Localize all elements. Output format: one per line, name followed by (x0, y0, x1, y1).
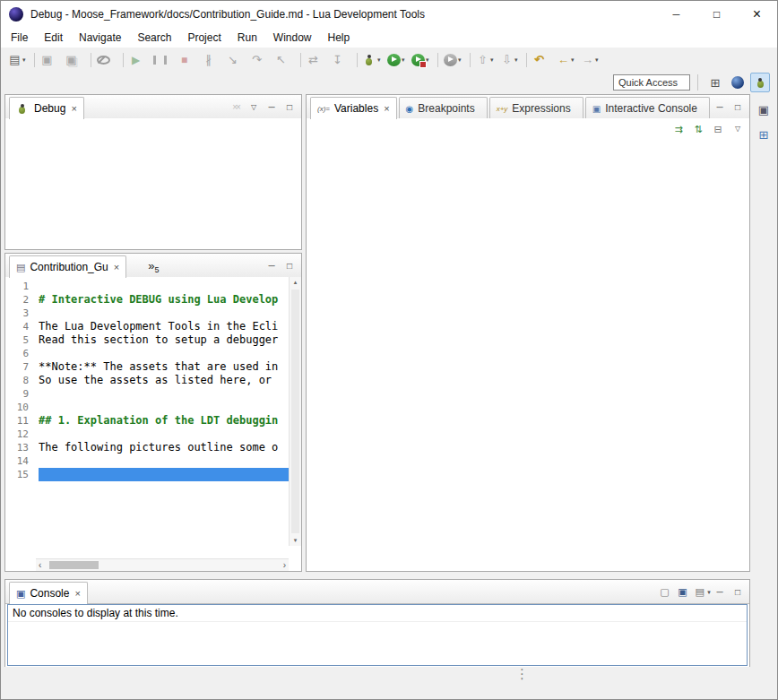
close-tab-icon[interactable]: × (114, 262, 119, 272)
close-tab-icon[interactable]: × (71, 103, 76, 114)
last-edit-location-button[interactable]: ↶ (531, 50, 555, 70)
quick-access-input[interactable] (613, 74, 690, 91)
tab-expressions[interactable]: x+y Expressions (489, 97, 584, 119)
variables-layout-button[interactable]: ⇅ (690, 122, 706, 137)
debug-button[interactable]: ▾ (361, 50, 385, 70)
maximize-view-button[interactable]: □ (730, 99, 746, 115)
window-maximize-button[interactable]: □ (696, 1, 737, 28)
display-selected-console-button[interactable]: ▣ (676, 584, 692, 600)
menu-edit[interactable]: Edit (36, 29, 71, 47)
ldt-perspective-button[interactable] (728, 73, 748, 92)
save-button[interactable]: ▣ (39, 50, 63, 70)
horizontal-scroll-thumb[interactable] (49, 561, 99, 569)
editor-line[interactable]: 10 (5, 401, 289, 414)
debug-view-panel: Debug × ×× ▽ ─ □ (4, 94, 302, 250)
save-all-button[interactable]: ▣ (63, 50, 87, 70)
vertical-scrollbar[interactable]: ▴ ▾ (289, 277, 301, 546)
minimize-view-button[interactable]: ─ (712, 99, 728, 115)
editor-tab-overflow-chevron[interactable]: » 5 (143, 257, 164, 277)
line-number: 9 (5, 387, 36, 401)
editor-line[interactable]: 11 ## 1. Explanation of the LDT debuggin (5, 414, 289, 428)
tab-console[interactable]: ▣ Console × (9, 582, 88, 604)
remove-terminated-button[interactable]: ×× (228, 99, 244, 115)
run-button[interactable]: ▾ (385, 50, 410, 70)
debug-perspective-button[interactable] (750, 73, 770, 92)
show-logical-structures-button[interactable]: ⇉ (670, 122, 687, 137)
vertical-scroll-thumb[interactable] (291, 290, 299, 533)
editor-line[interactable]: 8 So use the assets as listed here, or (5, 374, 289, 387)
window-controls: ─ □ × (656, 1, 777, 28)
next-annotation-button[interactable]: ⇩ ▾ (498, 50, 523, 70)
minimize-view-button[interactable]: ─ (264, 99, 280, 115)
fast-view-button-2[interactable]: ⊞ (754, 125, 774, 144)
external-tools-button[interactable]: ▾ (442, 50, 466, 70)
menu-window[interactable]: Window (265, 29, 320, 47)
view-menu-button[interactable]: ▽ (730, 122, 746, 137)
menu-help[interactable]: Help (320, 29, 359, 47)
fast-view-button-1[interactable]: ▣ (754, 99, 774, 119)
resume-button[interactable]: ▶ (127, 50, 151, 70)
tab-breakpoints[interactable]: ◉ Breakpoints (399, 97, 488, 119)
editor-line[interactable]: 4 The Lua Development Tools in the Ecli (5, 320, 289, 333)
open-perspective-button[interactable]: ⊞ (705, 73, 725, 92)
tab-contribution-guide[interactable]: ▤ Contribution_Gu × (9, 255, 126, 278)
maximize-view-button[interactable]: □ (730, 584, 746, 600)
scroll-up-icon[interactable]: ▴ (290, 279, 301, 286)
tab-label: Interactive Console (605, 102, 697, 115)
skip-all-breakpoints-button[interactable] (95, 50, 119, 70)
horizontal-scrollbar[interactable]: ‹ › (36, 558, 289, 571)
scroll-down-icon[interactable]: ▾ (290, 537, 301, 544)
menu-search[interactable]: Search (129, 29, 179, 47)
editor-line[interactable]: 9 (5, 387, 289, 401)
console-view-content: No consoles to display at this time. (7, 604, 748, 666)
open-console-page-button[interactable]: ▢ (658, 584, 674, 600)
menu-project[interactable]: Project (179, 29, 229, 47)
close-tab-icon[interactable]: × (74, 588, 80, 599)
editor-text-area[interactable]: 1 2 # Interactive DEBUG using Lua Develo… (5, 277, 301, 558)
menu-run[interactable]: Run (229, 29, 265, 47)
editor-line[interactable]: 7 **Note:** The assets that are used in (5, 360, 289, 374)
perspective-bar: ⊞ (1, 72, 777, 93)
drop-to-frame-button[interactable]: ↧ (329, 50, 353, 70)
editor-line[interactable]: 12 (5, 428, 289, 441)
terminate-button[interactable]: ■ (176, 50, 200, 70)
collapse-all-button[interactable]: ⊟ (710, 122, 726, 137)
step-over-button[interactable]: ↷ (248, 50, 272, 70)
close-tab-icon[interactable]: × (384, 103, 389, 114)
suspend-button[interactable] (151, 50, 176, 70)
back-button[interactable]: ← ▾ (555, 50, 579, 70)
toolbar-separator (470, 53, 471, 67)
use-step-filters-button[interactable]: ⇄ (305, 50, 329, 70)
forward-button[interactable]: → ▾ (579, 50, 603, 70)
new-button[interactable]: ▤ ▾ (6, 50, 30, 70)
editor-line[interactable]: 15 (5, 468, 289, 481)
disconnect-button[interactable]: ∦ (200, 50, 224, 70)
tab-variables[interactable]: (x)= Variables × (310, 97, 397, 119)
editor-line[interactable]: 5 Read this section to setup a debugger (5, 333, 289, 347)
menu-navigate[interactable]: Navigate (71, 29, 129, 47)
window-close-button[interactable]: × (737, 1, 777, 28)
editor-line[interactable]: 1 (5, 280, 289, 293)
maximize-view-button[interactable]: □ (281, 99, 298, 115)
minimize-view-button[interactable]: ─ (712, 584, 728, 600)
maximize-view-button[interactable]: □ (281, 258, 298, 273)
view-menu-button[interactable]: ▽ (246, 99, 262, 115)
scroll-left-icon[interactable]: ‹ (39, 559, 41, 571)
tab-debug[interactable]: Debug × (9, 97, 84, 119)
editor-line[interactable]: 3 (5, 307, 289, 320)
editor-line[interactable]: 14 (5, 454, 289, 468)
editor-line[interactable]: 13 The following pictures outline some o (5, 441, 289, 454)
sash-handle-icon[interactable]: ⋮ (515, 667, 529, 682)
scroll-right-icon[interactable]: › (283, 559, 286, 571)
window-minimize-button[interactable]: ─ (656, 1, 696, 28)
step-return-button[interactable]: ↖ (272, 50, 297, 70)
editor-line[interactable]: 6 (5, 347, 289, 360)
menu-file[interactable]: File (3, 29, 36, 47)
minimize-view-button[interactable]: ─ (264, 258, 280, 273)
step-into-button[interactable]: ↘ (224, 50, 248, 70)
editor-line[interactable]: 2 # Interactive DEBUG using Lua Develop (5, 293, 289, 307)
coverage-button[interactable]: ▾ (410, 50, 434, 70)
open-console-button[interactable]: ▤ ▾ (694, 584, 710, 600)
tab-interactive-console[interactable]: ▣ Interactive Console (585, 97, 710, 119)
previous-annotation-button[interactable]: ⇧ ▾ (474, 50, 498, 70)
